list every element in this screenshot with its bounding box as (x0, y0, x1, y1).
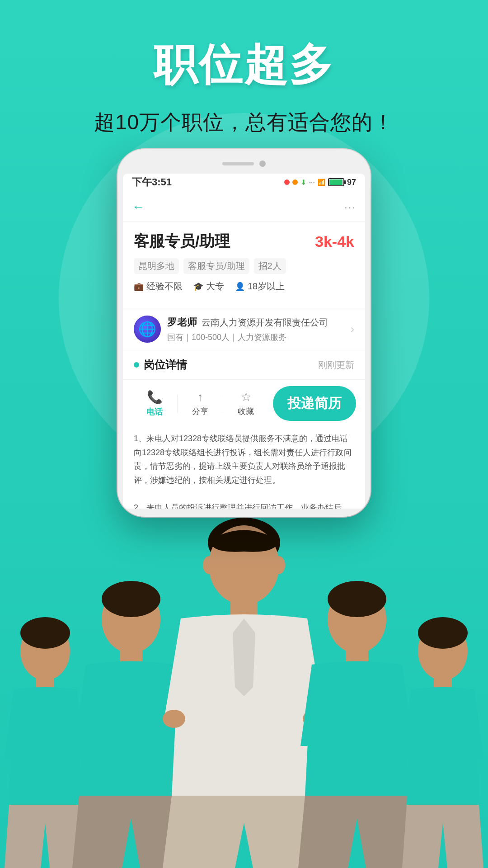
company-avatar: 🌐 (134, 316, 161, 343)
phone-action-item[interactable]: 📞 电话 (132, 390, 177, 417)
share-action-label: 分享 (192, 406, 208, 417)
phone-frame: 下午3:51 ⬇ ··· 📶 97 ← (117, 149, 371, 517)
battery-icon (328, 178, 344, 186)
position-details-row: 岗位详情 刚刚更新 (123, 350, 365, 379)
svg-point-12 (163, 710, 185, 728)
job-tag-location: 昆明多地 (134, 258, 179, 274)
more-button[interactable]: ··· (344, 201, 356, 213)
status-icons: ⬇ ··· 📶 97 (284, 178, 356, 187)
back-button[interactable]: ← (132, 200, 145, 214)
notif-dot-orange (292, 179, 298, 185)
share-action-item[interactable]: ↑ 分享 (178, 390, 223, 417)
green-dot-icon (134, 362, 139, 368)
notif-dot-red (284, 179, 290, 185)
req-age-text: 18岁以上 (248, 280, 285, 292)
company-details: 国有｜100-500人｜人力资源服务 (167, 332, 344, 343)
more-dots: ··· (309, 178, 315, 186)
job-card: 客服专员/助理 3k-4k 昆明多地 客服专员/助理 招2人 💼 经验不限 (123, 222, 365, 308)
job-tag-position: 客服专员/助理 (183, 258, 249, 274)
battery-fill (329, 179, 343, 185)
phone-notch (208, 157, 280, 170)
phone-action-label: 电话 (146, 406, 163, 417)
phone-action-icon: 📞 (147, 390, 163, 405)
job-requirements: 💼 经验不限 🎓 大专 👤 18岁以上 (134, 280, 354, 292)
recruiter-name: 罗老师 (167, 316, 197, 329)
briefcase-icon: 💼 (134, 282, 144, 292)
svg-point-15 (328, 581, 386, 617)
phone-mockup: 下午3:51 ⬇ ··· 📶 97 ← (117, 149, 371, 517)
persons-container (0, 497, 488, 868)
phone-camera (259, 160, 266, 167)
phone-screen: 下午3:51 ⬇ ··· 📶 97 ← (123, 174, 365, 509)
job-tags: 昆明多地 客服专员/助理 招2人 (134, 258, 354, 274)
page-content: 职位超多 超10万个职位，总有适合您的！ 下午3:51 ⬇ (0, 0, 488, 868)
svg-point-8 (203, 556, 216, 574)
person-far-right (398, 615, 488, 868)
company-row[interactable]: 🌐 罗老师 云南人力资源开发有限责任公司 国有｜100-500人｜人力资源服务 … (123, 308, 365, 350)
action-bar: 📞 电话 ↑ 分享 ☆ 收藏 投递简历 (123, 379, 365, 427)
company-arrow-icon: › (351, 323, 354, 335)
req-education-text: 大专 (206, 280, 224, 292)
star-action-icon: ☆ (241, 390, 251, 404)
person-icon: 👤 (235, 282, 245, 292)
svg-point-9 (272, 556, 285, 574)
collect-action-item[interactable]: ☆ 收藏 (223, 390, 268, 417)
share-action-icon: ↑ (197, 390, 203, 404)
updated-time: 刚刚更新 (318, 359, 354, 371)
req-education: 🎓 大专 (193, 280, 224, 292)
collect-action-label: 收藏 (238, 406, 254, 417)
company-logo: 🌐 (134, 316, 161, 343)
req-experience-text: 经验不限 (146, 280, 183, 292)
svg-point-18 (418, 617, 468, 649)
company-full-name: 云南人力资源开发有限责任公司 (202, 316, 328, 329)
company-info: 罗老师 云南人力资源开发有限责任公司 国有｜100-500人｜人力资源服务 (167, 316, 344, 343)
req-age: 👤 18岁以上 (235, 280, 285, 292)
main-title: 职位超多 (154, 36, 334, 95)
globe-icon: 🌐 (138, 321, 156, 338)
job-tag-count: 招2人 (254, 258, 286, 274)
sub-title: 超10万个职位，总有适合您的！ (94, 108, 394, 137)
job-desc-text: 1、来电人对12328专线联络员提供服务不满意的，通过电话向12328专线联络组… (134, 432, 354, 487)
job-title-row: 客服专员/助理 3k-4k (134, 231, 354, 252)
position-label: 岗位详情 (134, 358, 187, 372)
signal-icon: 📶 (318, 179, 325, 186)
graduation-icon: 🎓 (193, 282, 203, 292)
app-header: ← ··· (123, 193, 365, 222)
battery-percent: 97 (347, 178, 356, 187)
status-time: 下午3:51 (132, 175, 172, 189)
company-name-row: 罗老师 云南人力资源开发有限责任公司 (167, 316, 344, 329)
job-salary: 3k-4k (315, 233, 354, 250)
svg-point-4 (102, 581, 160, 617)
status-bar: 下午3:51 ⬇ ··· 📶 97 (123, 174, 365, 193)
submit-resume-button[interactable]: 投递简历 (273, 386, 356, 421)
position-label-text: 岗位详情 (144, 358, 187, 372)
job-desc-text-2: 2、来电人员的投诉进行整理并进行回访工作，业务办结后，结果进行抽查回访和记 (134, 501, 354, 509)
job-title: 客服专员/助理 (134, 231, 230, 252)
req-experience: 💼 经验不限 (134, 280, 183, 292)
phone-speaker (222, 162, 254, 165)
job-description: 1、来电人对12328专线联络员提供服务不满意的，通过电话向12328专线联络组… (123, 427, 365, 509)
download-icon: ⬇ (300, 178, 306, 187)
svg-point-1 (20, 617, 70, 649)
